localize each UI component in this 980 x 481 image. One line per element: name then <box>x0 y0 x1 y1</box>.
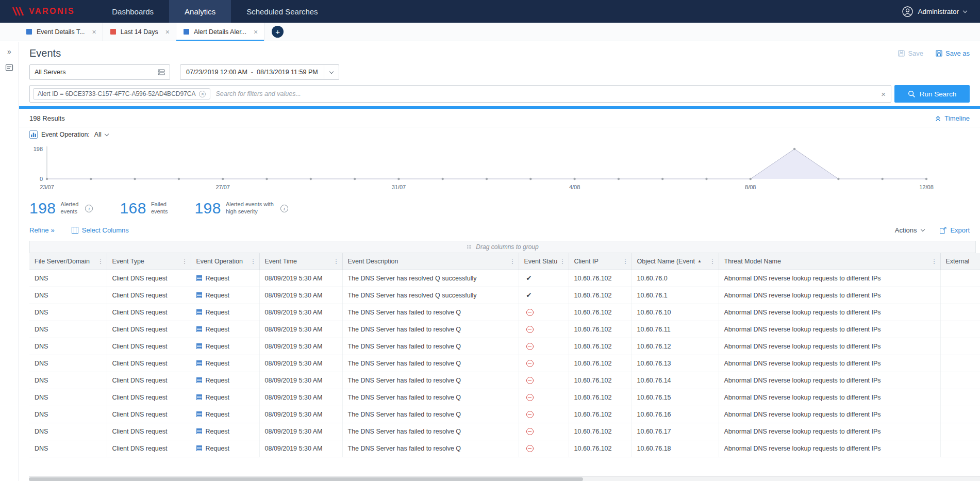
select-columns-button[interactable]: Select Columns <box>72 226 129 234</box>
request-icon <box>196 275 202 281</box>
table-row[interactable]: DNSClient DNS requestRequest08/09/2019 5… <box>29 406 980 423</box>
tab-event-details-t[interactable]: Event Details T...× <box>19 23 103 41</box>
cell-event-description: The DNS Server has failed to resolve Q <box>342 355 519 372</box>
table-row[interactable]: DNSClient DNS requestRequest08/09/2019 5… <box>29 338 980 355</box>
add-tab-button[interactable]: + <box>272 26 284 38</box>
export-button[interactable]: Export <box>940 226 970 234</box>
column-header-file-server-domain[interactable]: File Server/Domain⋮ <box>29 253 107 270</box>
nav-item-dashboards[interactable]: Dashboards <box>96 0 169 23</box>
column-menu-icon[interactable]: ⋮ <box>707 257 716 265</box>
stat-label-line: high severity <box>226 208 274 215</box>
save-button[interactable]: Save <box>898 49 923 57</box>
chip-remove-icon[interactable]: × <box>199 91 206 97</box>
cell-client-ip: 10.60.76.102 <box>569 440 632 457</box>
column-menu-icon[interactable]: ⋮ <box>95 257 104 265</box>
operation-label: Request <box>206 275 230 282</box>
column-header-client-ip[interactable]: Client IP⋮ <box>569 253 632 270</box>
nav-item-scheduled-searches[interactable]: Scheduled Searches <box>231 0 333 23</box>
search-input[interactable] <box>215 90 877 97</box>
user-menu[interactable]: Administrator <box>889 0 980 23</box>
expand-panel-icon[interactable]: » <box>7 48 11 55</box>
column-header-threat-model-name[interactable]: Threat Model Name⋮ <box>719 253 940 270</box>
column-header-object-name-event[interactable]: Object Name (Event▲⋮ <box>632 253 719 270</box>
cell-event-description: The DNS Server has failed to resolve Q <box>342 389 519 406</box>
cell-external <box>940 270 980 287</box>
tab-close-icon[interactable]: × <box>165 28 170 36</box>
date-dropdown-button[interactable] <box>324 65 339 79</box>
column-header-inner: Event Description⋮ <box>343 257 519 265</box>
table-row[interactable]: DNSClient DNS requestRequest08/09/2019 5… <box>29 270 980 287</box>
filter-chip[interactable]: Alert ID = 6DCE3733-C157-4F7C-A596-52AD4… <box>33 88 210 99</box>
cell-threat-model: Abnormal DNS reverse lookup requests to … <box>719 338 940 355</box>
cell-event-time: 08/09/2019 5:30 AM <box>259 321 342 338</box>
column-menu-icon[interactable]: ⋮ <box>557 257 566 265</box>
cell-event-operation: Request <box>191 304 259 321</box>
table-row[interactable]: DNSClient DNS requestRequest08/09/2019 5… <box>29 440 980 457</box>
tab-alert-details-aler[interactable]: Alert Details Aler...× <box>176 23 264 41</box>
saved-searches-icon[interactable] <box>5 63 13 72</box>
save-as-button[interactable]: Save as <box>936 49 970 57</box>
table-row[interactable]: DNSClient DNS requestRequest08/09/2019 5… <box>29 423 980 440</box>
scrollbar-thumb[interactable] <box>29 477 583 481</box>
horizontal-scrollbar[interactable] <box>29 476 980 481</box>
stat-value: 198 <box>194 201 221 216</box>
stats-row: 198Alertedeventsi168Failedevents198Alert… <box>29 201 980 216</box>
actions-dropdown[interactable]: Actions <box>895 226 925 234</box>
info-icon[interactable]: i <box>85 205 93 212</box>
left-rail: » <box>0 42 19 481</box>
table-header-row: File Server/Domain⋮Event Type⋮Event Oper… <box>29 253 980 270</box>
cell-event-time: 08/09/2019 5:30 AM <box>259 440 342 457</box>
event-operation-filter[interactable]: Event Operation: All <box>29 130 108 139</box>
search-filter-box[interactable]: Alert ID = 6DCE3733-C157-4F7C-A596-52AD4… <box>29 85 891 103</box>
table-row[interactable]: DNSClient DNS requestRequest08/09/2019 5… <box>29 304 980 321</box>
chevron-down-icon <box>329 69 333 73</box>
column-menu-icon[interactable]: ⋮ <box>507 257 516 265</box>
operation-cell-content: Request <box>196 445 254 452</box>
table-row[interactable]: DNSClient DNS requestRequest08/09/2019 5… <box>29 372 980 389</box>
cell-external <box>940 406 980 423</box>
column-header-event-type[interactable]: Event Type⋮ <box>107 253 191 270</box>
clear-search-icon[interactable]: × <box>881 90 886 98</box>
filter-chip-label: Alert ID = 6DCE3733-C157-4F7C-A596-52AD4… <box>38 90 195 97</box>
failed-icon <box>526 377 534 384</box>
column-header-external[interactable]: External⋮ <box>940 253 980 270</box>
operation-cell-content: Request <box>196 275 254 282</box>
refine-button[interactable]: Refine » <box>29 226 54 234</box>
column-header-event-status[interactable]: Event Status⋮ <box>519 253 569 270</box>
cell-threat-model: Abnormal DNS reverse lookup requests to … <box>719 304 940 321</box>
column-menu-icon[interactable]: ⋮ <box>929 257 938 265</box>
chevron-down-icon <box>104 131 108 136</box>
select-columns-label: Select Columns <box>82 226 129 234</box>
table-row[interactable]: DNSClient DNS requestRequest08/09/2019 5… <box>29 287 980 304</box>
cell-threat-model: Abnormal DNS reverse lookup requests to … <box>719 440 940 457</box>
failed-icon <box>526 326 534 333</box>
column-header-event-description[interactable]: Event Description⋮ <box>342 253 519 270</box>
table-row[interactable]: DNSClient DNS requestRequest08/09/2019 5… <box>29 355 980 372</box>
server-filter-select[interactable]: All Servers <box>29 64 170 80</box>
info-icon[interactable]: i <box>280 205 288 212</box>
cell-client-ip: 10.60.76.102 <box>569 338 632 355</box>
date-range-picker[interactable]: 07/23/2019 12:00 AM - 08/13/2019 11:59 P… <box>180 64 339 80</box>
columns-icon <box>72 227 78 234</box>
column-menu-icon[interactable]: ⋮ <box>179 257 188 265</box>
table-row[interactable]: DNSClient DNS requestRequest08/09/2019 5… <box>29 389 980 406</box>
column-menu-icon[interactable]: ⋮ <box>620 257 629 265</box>
status-cell-content: ✔ <box>524 274 563 282</box>
nav-item-analytics[interactable]: Analytics <box>169 0 231 23</box>
tab-last-14-days[interactable]: Last 14 Days× <box>103 23 176 41</box>
drag-columns-zone[interactable]: Drag columns to group <box>29 241 976 253</box>
column-menu-icon[interactable]: ⋮ <box>248 257 257 265</box>
stat-value: 168 <box>120 201 146 216</box>
cell-threat-model: Abnormal DNS reverse lookup requests to … <box>719 270 940 287</box>
timeline-toggle[interactable]: Timeline <box>935 114 970 122</box>
table-row[interactable]: DNSClient DNS requestRequest08/09/2019 5… <box>29 321 980 338</box>
tab-close-icon[interactable]: × <box>92 28 96 36</box>
tab-close-icon[interactable]: × <box>254 28 258 36</box>
run-search-button[interactable]: Run Search <box>894 85 970 103</box>
operation-label: Request <box>206 411 230 418</box>
stat-value: 198 <box>29 201 56 216</box>
column-menu-icon[interactable]: ⋮ <box>331 257 340 265</box>
column-header-event-time[interactable]: Event Time⋮ <box>259 253 342 270</box>
column-header-event-operation[interactable]: Event Operation⋮ <box>191 253 259 270</box>
column-header-inner: Object Name (Event▲⋮ <box>632 257 719 265</box>
